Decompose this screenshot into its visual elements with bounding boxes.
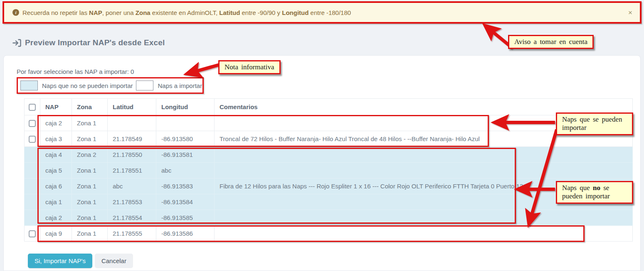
cell-longitud: abc: [156, 163, 215, 178]
cell-zona: Zona 1: [72, 131, 108, 147]
cancel-button[interactable]: Cancelar: [95, 254, 133, 268]
cell-latitud: 21.178551: [108, 163, 156, 178]
info-icon: i: [12, 9, 19, 16]
cell-zona: Zona 1: [72, 194, 108, 210]
legend-swatch-blocked: [20, 81, 38, 90]
legend-label-blocked: Naps que no se pueden importar: [42, 82, 133, 89]
table-row: caja 1Zona 121.178553-86.913584: [25, 194, 633, 210]
row-checkbox-cell: [25, 131, 40, 147]
cell-zona: Zona 1: [72, 226, 108, 242]
cell-zona: Zona 1: [72, 178, 108, 194]
select-all-checkbox[interactable]: [29, 104, 36, 111]
callout-importable: Naps que se pueden importar: [556, 112, 633, 135]
nap-table-body: caja 2Zona 1caja 3Zona 121.178549-86.913…: [25, 115, 633, 242]
cell-longitud: [156, 115, 215, 131]
cell-comentarios: [215, 210, 633, 226]
cell-longitud: -86.913581: [156, 147, 215, 163]
cell-nap: caja 2: [40, 210, 72, 226]
close-icon[interactable]: ×: [628, 9, 632, 16]
page-title-text: Preview Importar NAP's desde Excel: [25, 38, 165, 47]
cell-zona: Zona 1: [72, 210, 108, 226]
cell-zona: Zona 2: [72, 147, 108, 163]
sign-in-icon: [12, 39, 21, 47]
header-nap: NAP: [40, 99, 72, 115]
cell-nap: caja 9: [40, 226, 72, 242]
cell-nap: caja 2: [40, 115, 72, 131]
table-header-row: NAP Zona Latitud Longitud Comentarios: [25, 99, 633, 115]
cell-latitud: 21.178555: [108, 226, 156, 242]
cell-latitud: 21.178550: [108, 147, 156, 163]
action-buttons: Si, Importar NAP's Cancelar: [28, 254, 133, 268]
cell-comentarios: [215, 163, 633, 178]
page-title: Preview Importar NAP's desde Excel: [12, 38, 165, 47]
cell-longitud: -86.913580: [156, 131, 215, 147]
legend: Naps que no se pueden importar Naps a im…: [17, 77, 204, 94]
alert-text: Recuerda no repetir las NAP, poner una Z…: [22, 9, 351, 16]
cell-latitud: abc: [108, 178, 156, 194]
cell-nap: caja 4: [40, 147, 72, 163]
row-checkbox-cell: [25, 147, 40, 163]
cell-latitud: 21.178554: [108, 210, 156, 226]
header-longitud: Longitud: [156, 99, 215, 115]
selection-note-label: Por favor seleccione las NAP a importar:: [17, 68, 129, 75]
row-checkbox[interactable]: [29, 136, 36, 143]
cell-zona: Zona 1: [72, 115, 108, 131]
row-checkbox-cell: [25, 226, 40, 242]
cell-nap: caja 5: [40, 163, 72, 178]
cell-longitud: -86.913585: [156, 210, 215, 226]
table-row: caja 2Zona 121.178554-86.913585: [25, 210, 633, 226]
callout-not-importable: Naps que no se pueden importar: [556, 181, 633, 204]
row-checkbox-cell: [25, 163, 40, 178]
row-checkbox-cell: [25, 210, 40, 226]
header-zona: Zona: [72, 99, 108, 115]
alert-annotation-rect: i Recuerda no repetir las NAP, poner una…: [2, 1, 642, 24]
row-checkbox-cell: [25, 178, 40, 194]
table-row: caja 9Zona 121.178555-86.913586: [25, 226, 633, 242]
cell-longitud: -86.913583: [156, 178, 215, 194]
cell-longitud: -86.913584: [156, 194, 215, 210]
cell-comentarios: [215, 226, 633, 242]
legend-swatch-importable: [136, 81, 153, 90]
header-latitud: Latitud: [108, 99, 156, 115]
table-row: caja 2Zona 1: [25, 115, 633, 131]
legend-label-importable: Naps a importar: [158, 82, 202, 89]
callout-nota: Nota informativa: [218, 60, 281, 74]
import-button[interactable]: Si, Importar NAP's: [28, 254, 92, 268]
cell-latitud: [108, 115, 156, 131]
cell-zona: Zona 1: [72, 163, 108, 178]
row-checkbox-cell: [25, 115, 40, 131]
cell-latitud: 21.178549: [108, 131, 156, 147]
row-checkbox-cell: [25, 194, 40, 210]
callout-aviso: Aviso a tomar en cuenta: [508, 35, 594, 49]
nap-table: NAP Zona Latitud Longitud Comentarios ca…: [24, 98, 633, 242]
selection-note: Por favor seleccione las NAP a importar:…: [17, 68, 134, 75]
cell-nap: caja 1: [40, 194, 72, 210]
warning-alert: i Recuerda no repetir las NAP, poner una…: [4, 3, 640, 22]
row-checkbox[interactable]: [29, 230, 36, 237]
table-row: caja 4Zona 221.178550-86.913581: [25, 147, 633, 163]
header-checkbox-cell: [25, 99, 40, 115]
cell-comentarios: [215, 147, 633, 163]
cell-nap: caja 3: [40, 131, 72, 147]
cell-latitud: 21.178553: [108, 194, 156, 210]
selected-count: 0: [131, 68, 134, 75]
table-row: caja 6Zona 1abc-86.913583Fibra de 12 Hil…: [25, 178, 633, 194]
table-row: caja 5Zona 121.178551abc: [25, 163, 633, 178]
row-checkbox[interactable]: [29, 120, 36, 127]
cell-nap: caja 6: [40, 178, 72, 194]
table-row: caja 3Zona 121.178549-86.913580Troncal d…: [25, 131, 633, 147]
cell-longitud: -86.913586: [156, 226, 215, 242]
